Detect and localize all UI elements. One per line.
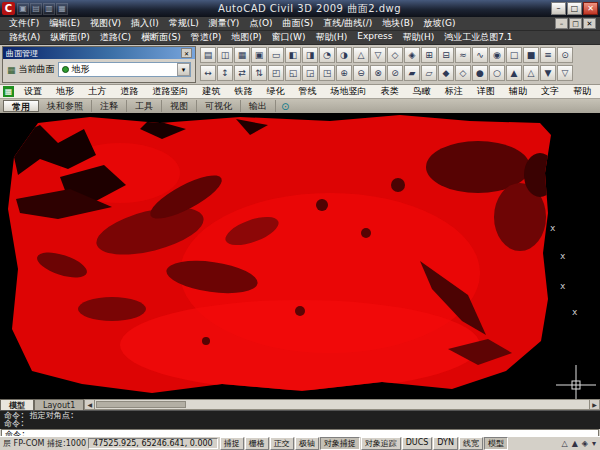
- menu-item[interactable]: 地块(B): [377, 17, 418, 30]
- doc-window-button[interactable]: □: [569, 18, 582, 29]
- toolbar-icon[interactable]: ↕: [217, 65, 233, 81]
- coordinates-readout[interactable]: 47525.925, 65246.641, 0.000: [88, 438, 218, 449]
- toolbar-icon[interactable]: ◈: [404, 47, 420, 63]
- toolbar-icon[interactable]: ○: [489, 65, 505, 81]
- toolbar-icon[interactable]: ⊞: [421, 47, 437, 63]
- hongye-menu-item[interactable]: 绿化: [266, 85, 284, 98]
- toolbar-icon[interactable]: ⊕: [336, 65, 352, 81]
- hongye-menu-item[interactable]: 地形: [56, 85, 74, 98]
- menu-item[interactable]: 常规(L): [164, 17, 204, 30]
- hongye-menu-item[interactable]: 文字: [541, 85, 559, 98]
- menu-item[interactable]: 帮助(H): [397, 31, 439, 44]
- toolbar-icon[interactable]: ▲: [506, 65, 522, 81]
- titlebar-icon[interactable]: ▣: [17, 3, 29, 15]
- toolbar-icon[interactable]: ∿: [472, 47, 488, 63]
- close-icon[interactable]: ✕: [181, 48, 192, 58]
- toolbar-icon[interactable]: □: [506, 47, 522, 63]
- toolbar-icon[interactable]: ▤: [200, 47, 216, 63]
- hongye-menu-item[interactable]: 管线: [299, 85, 317, 98]
- hongye-menu-item[interactable]: 设置: [24, 85, 42, 98]
- hongye-menu-item[interactable]: 道路: [120, 85, 138, 98]
- status-right-icon[interactable]: △: [561, 439, 569, 448]
- toolbar-icon[interactable]: ▽: [370, 47, 386, 63]
- hongye-menu-item[interactable]: 道路竖向: [152, 85, 188, 98]
- status-toggle-button[interactable]: 模型: [484, 437, 508, 450]
- menu-item[interactable]: 视图(V): [85, 17, 126, 30]
- scrollbar-track[interactable]: [95, 399, 589, 410]
- ribbon-tab[interactable]: 工具: [127, 100, 162, 112]
- status-toggle-button[interactable]: 正交: [270, 437, 294, 450]
- menu-item[interactable]: Express: [352, 31, 397, 44]
- menu-item[interactable]: 曲面(S): [277, 17, 318, 30]
- toolbar-icon[interactable]: ◫: [217, 47, 233, 63]
- layout-tab[interactable]: 模型: [0, 399, 34, 410]
- toolbar-icon[interactable]: ◱: [285, 65, 301, 81]
- menu-item[interactable]: 纵断面(P): [45, 31, 94, 44]
- status-toggle-button[interactable]: 线宽: [459, 437, 483, 450]
- toolbar-icon[interactable]: ◔: [319, 47, 335, 63]
- toolbar-icon[interactable]: ◨: [302, 47, 318, 63]
- titlebar-icon[interactable]: ▥: [43, 3, 55, 15]
- toolbar-icon[interactable]: ▦: [234, 47, 250, 63]
- ribbon-tab[interactable]: 视图: [162, 100, 197, 112]
- menu-item[interactable]: 横断面(S): [136, 31, 186, 44]
- window-control-button[interactable]: □: [567, 2, 582, 15]
- toolbar-icon[interactable]: ■: [523, 47, 539, 63]
- horizontal-scrollbar[interactable]: ◀ ▶: [84, 399, 600, 410]
- status-right-icon[interactable]: ◈: [581, 439, 589, 448]
- status-toggle-button[interactable]: 捕捉: [220, 437, 244, 450]
- toolbar-icon[interactable]: ◇: [455, 65, 471, 81]
- toolbar-icon[interactable]: ⊖: [353, 65, 369, 81]
- menu-item[interactable]: 编辑(E): [44, 17, 85, 30]
- toolbar-icon[interactable]: ◆: [438, 65, 454, 81]
- toolbar-icon[interactable]: ◲: [302, 65, 318, 81]
- ribbon-tab[interactable]: 常用: [3, 100, 39, 112]
- toolbar-icon[interactable]: ⊟: [438, 47, 454, 63]
- scroll-left-icon[interactable]: ◀: [84, 399, 95, 410]
- toolbar-icon[interactable]: ◰: [268, 65, 284, 81]
- toolbar-icon[interactable]: ▽: [557, 65, 573, 81]
- menu-item[interactable]: 点(O): [244, 17, 277, 30]
- toolbar-icon[interactable]: ▰: [404, 65, 420, 81]
- doc-window-button[interactable]: –: [555, 18, 568, 29]
- toolbar-icon[interactable]: ●: [472, 65, 488, 81]
- scroll-right-icon[interactable]: ▶: [589, 399, 600, 410]
- titlebar-icon[interactable]: ▦: [56, 3, 68, 15]
- toolbar-icon[interactable]: △: [523, 65, 539, 81]
- toolbar-icon[interactable]: ▣: [251, 47, 267, 63]
- hongye-menu-item[interactable]: 详图: [477, 85, 495, 98]
- status-toggle-button[interactable]: DUCS: [402, 437, 433, 450]
- scrollbar-thumb[interactable]: [96, 401, 186, 408]
- toolbar-icon[interactable]: ↔: [200, 65, 216, 81]
- toolbar-icon[interactable]: ≈: [455, 47, 471, 63]
- status-right-icon[interactable]: ▲: [571, 439, 579, 448]
- toolbar-icon[interactable]: ⇅: [251, 65, 267, 81]
- menu-item[interactable]: 直线/曲线(/): [318, 17, 377, 30]
- ribbon-extra-icon[interactable]: ⊙: [281, 101, 289, 112]
- toolbar-icon[interactable]: ▼: [540, 65, 556, 81]
- menu-item[interactable]: 道路(C): [95, 31, 136, 44]
- toolbar-icon[interactable]: ◳: [319, 65, 335, 81]
- menu-item[interactable]: 地图(P): [226, 31, 266, 44]
- menu-item[interactable]: 放坡(G): [419, 17, 461, 30]
- hongye-menu-item[interactable]: 土方: [88, 85, 106, 98]
- ribbon-tab[interactable]: 块和参照: [39, 100, 92, 112]
- ribbon-tab[interactable]: 输出: [241, 100, 276, 112]
- menu-item[interactable]: 插入(I): [126, 17, 164, 30]
- drawing-viewport[interactable]: x x x x: [0, 113, 600, 399]
- menu-item[interactable]: 文件(F): [4, 17, 44, 30]
- hongye-menu-item[interactable]: 鸟瞰: [413, 85, 431, 98]
- hongye-menu-item[interactable]: 铁路: [234, 85, 252, 98]
- status-toggle-button[interactable]: 栅格: [245, 437, 269, 450]
- hongye-menu-item[interactable]: 帮助: [573, 85, 591, 98]
- status-right-icon[interactable]: ▾: [591, 439, 597, 448]
- ribbon-tab[interactable]: 注释: [92, 100, 127, 112]
- toolbar-icon[interactable]: △: [353, 47, 369, 63]
- toolbar-icon[interactable]: ≡: [540, 47, 556, 63]
- layout-tab[interactable]: Layout1: [34, 399, 84, 410]
- menu-item[interactable]: 管道(P): [186, 31, 226, 44]
- toolbar-icon[interactable]: ⊘: [387, 65, 403, 81]
- menu-item[interactable]: 测量(Y): [204, 17, 245, 30]
- ribbon-tab[interactable]: 可视化: [197, 100, 241, 112]
- hongye-menu-item[interactable]: 标注: [445, 85, 463, 98]
